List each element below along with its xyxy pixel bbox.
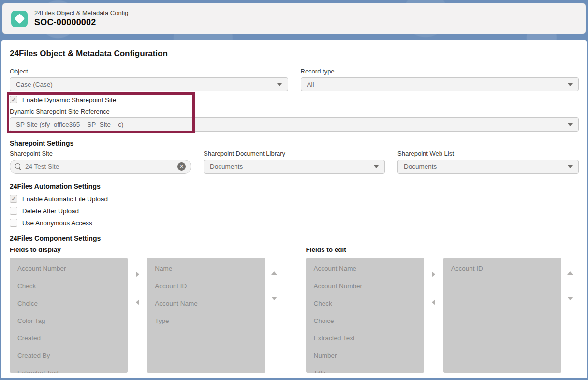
enable-automatic-upload-label: Enable Automatic File Upload (22, 195, 108, 203)
web-list-select[interactable]: Documents (397, 160, 579, 174)
list-item[interactable]: Account ID (147, 278, 265, 295)
list-item[interactable]: Account Number (10, 260, 128, 278)
entity-label: 24Files Object & Metadata Config (34, 9, 128, 17)
use-anonymous-access-label: Use Anonymous Access (22, 219, 92, 227)
move-left-icon[interactable] (136, 299, 139, 305)
list-item[interactable]: Account ID (443, 260, 561, 278)
list-item[interactable]: Extracted Text (306, 330, 424, 347)
fields-to-display-selected-list[interactable]: NameAccount IDAccount NameType (147, 258, 265, 373)
fields-to-edit-label: Fields to edit (306, 246, 579, 253)
fields-to-edit-selected-list[interactable]: Account ID (443, 258, 561, 373)
record-type-select[interactable]: All (301, 77, 579, 91)
move-down-icon[interactable] (567, 297, 573, 300)
list-item[interactable]: Number (306, 347, 424, 365)
list-item[interactable]: Type (147, 312, 265, 330)
move-left-icon[interactable] (432, 299, 435, 305)
object-label: Object (10, 68, 288, 75)
move-up-icon[interactable] (271, 271, 277, 275)
use-anonymous-access-checkbox[interactable] (10, 219, 17, 227)
object-select[interactable]: Case (Case) (10, 77, 288, 91)
chevron-down-icon (277, 83, 282, 86)
fields-to-display-available-list[interactable]: Account NumberCheckChoiceColor TagCreate… (10, 258, 128, 373)
enable-dynamic-site-checkbox[interactable] (10, 96, 17, 103)
dynamic-site-reference-value: SP Site (sfy_office365__SP_Site__c) (16, 121, 564, 128)
object-select-value: Case (Case) (16, 81, 273, 88)
sharepoint-site-label: Sharepoint Site (10, 150, 191, 157)
move-right-icon[interactable] (432, 271, 435, 277)
list-item[interactable]: Created (10, 330, 128, 347)
record-type-select-value: All (307, 81, 564, 88)
chevron-down-icon (568, 83, 573, 86)
chevron-down-icon (374, 165, 379, 168)
fields-to-edit-available-list[interactable]: Account NameAccount NumberCheckChoiceExt… (306, 258, 424, 373)
delete-after-upload-label: Delete After Upload (22, 207, 79, 215)
list-item[interactable]: Color Tag (10, 312, 128, 330)
search-icon (15, 163, 21, 170)
delete-after-upload-checkbox[interactable] (10, 207, 17, 215)
list-item[interactable]: Choice (10, 295, 128, 312)
record-header: 24Files Object & Metadata Config SOC-000… (2, 3, 586, 34)
list-item[interactable]: Check (306, 295, 424, 312)
chevron-down-icon (568, 123, 573, 126)
record-type-label: Record type (301, 68, 579, 75)
record-title: SOC-00000002 (34, 17, 128, 28)
diamond-icon (14, 14, 24, 24)
object-icon (11, 11, 28, 27)
list-item[interactable]: Choice (306, 312, 424, 330)
sharepoint-site-search-input[interactable]: 24 Test Site (10, 160, 191, 174)
dynamic-site-reference-label: Dynamic Sharepoint Site Reference (10, 108, 579, 115)
component-settings-title: 24Files Component Settings (10, 234, 579, 242)
list-item[interactable]: Title (306, 365, 424, 373)
sharepoint-site-value: 24 Test Site (25, 163, 177, 170)
list-item[interactable]: Check (10, 278, 128, 295)
enable-dynamic-site-label: Enable Dynamic Sharepoint Site (22, 96, 116, 103)
document-library-label: Sharepoint Document Library (204, 150, 385, 157)
move-right-icon[interactable] (136, 271, 139, 277)
move-down-icon[interactable] (271, 297, 277, 300)
config-form-card: 24Files Object & Metadata Configuration … (1, 40, 587, 378)
list-item[interactable]: Extracted Text (10, 365, 128, 373)
chevron-down-icon (568, 165, 573, 168)
web-list-value: Documents (404, 163, 564, 170)
automation-settings-title: 24Files Automation Settings (10, 182, 579, 190)
page-title: 24Files Object & Metadata Configuration (10, 49, 579, 58)
list-item[interactable]: Account Name (306, 260, 424, 278)
enable-automatic-upload-checkbox[interactable] (10, 195, 17, 203)
clear-icon[interactable] (177, 162, 186, 171)
sharepoint-settings-title: Sharepoint Settings (10, 139, 579, 147)
list-item[interactable]: Account Number (306, 278, 424, 295)
web-list-label: Sharepoint Web List (397, 150, 579, 157)
move-up-icon[interactable] (567, 271, 573, 275)
list-item[interactable]: Account Name (147, 295, 265, 312)
dynamic-site-reference-select[interactable]: SP Site (sfy_office365__SP_Site__c) (10, 117, 579, 132)
document-library-value: Documents (210, 163, 370, 170)
document-library-select[interactable]: Documents (204, 160, 385, 174)
list-item[interactable]: Name (147, 260, 265, 278)
list-item[interactable]: Created By (10, 347, 128, 365)
fields-to-display-label: Fields to display (10, 246, 283, 253)
